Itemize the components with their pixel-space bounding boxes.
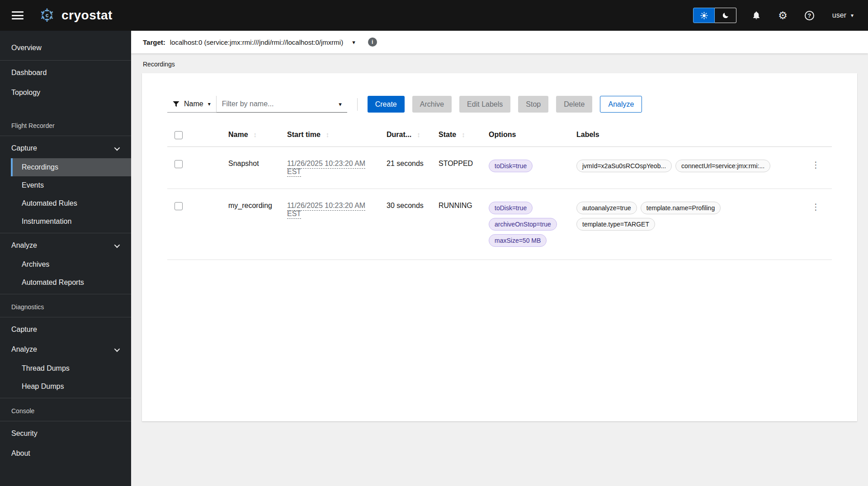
sidebar-item-analyze[interactable]: Analyze (0, 236, 131, 255)
chevron-down-icon (114, 145, 120, 151)
cell-duration: 21 seconds (379, 146, 431, 189)
option-label: toDisk=true (489, 160, 533, 172)
column-header-options: Options (481, 126, 569, 146)
sidebar-item-about[interactable]: About (0, 444, 131, 463)
option-label: toDisk=true (489, 202, 533, 214)
sidebar-item-archives[interactable]: Archives (11, 255, 131, 274)
target-label: Target: (143, 38, 165, 46)
user-menu[interactable]: user ▾ (830, 11, 856, 20)
sort-icon[interactable]: ↕ (254, 131, 257, 138)
sort-icon[interactable]: ↕ (417, 131, 420, 138)
recording-label: template.type=TARGET (576, 218, 655, 231)
sidebar-nav: OverviewDashboardTopologyFlight Recorder… (0, 31, 131, 486)
create-button[interactable]: Create (368, 96, 405, 113)
sidebar-item-capture[interactable]: Capture (0, 138, 131, 158)
archive-button[interactable]: Archive (412, 96, 452, 113)
options-list: toDisk=true (489, 160, 562, 172)
cryostat-snowflake-icon: ❄ c (37, 6, 57, 24)
sidebar-item-heap-dumps[interactable]: Heap Dumps (11, 377, 131, 396)
filter-attribute-select[interactable]: Name ▾ (167, 96, 216, 113)
recording-label: jvmId=x2aSu0sRCOspYeob... (576, 160, 672, 172)
sidebar-item-overview[interactable]: Overview (0, 38, 131, 58)
filter-attribute-label: Name (184, 100, 203, 108)
row-checkbox[interactable] (175, 202, 183, 210)
select-all-checkbox[interactable] (175, 131, 183, 139)
sidebar-section-title-diagnostics: Diagnostics (0, 297, 131, 315)
kebab-menu-icon[interactable]: ⋮ (807, 202, 825, 212)
edit-labels-button[interactable]: Edit Labels (459, 96, 510, 113)
masthead-actions: ⚙ ? user ▾ (693, 8, 856, 23)
sidebar-item-thread-dumps[interactable]: Thread Dumps (11, 359, 131, 377)
row-checkbox[interactable] (175, 160, 183, 168)
sidebar-divider (0, 136, 131, 136)
dark-theme-moon-icon[interactable] (715, 8, 736, 23)
sidebar-item-automated-reports[interactable]: Automated Reports (11, 274, 131, 292)
options-list: toDisk=truearchiveOnStop=truemaxSize=50 … (489, 202, 562, 247)
toolbar-divider (357, 98, 358, 111)
column-header-label: Options (489, 131, 516, 138)
brand-title: cryostat (61, 8, 113, 23)
sidebar-item-instrumentation[interactable]: Instrumentation (11, 212, 131, 231)
nav-toggle-hamburger-icon[interactable] (12, 10, 24, 20)
labels-list: jvmId=x2aSu0sRCOspYeob...connectUrl=serv… (576, 160, 793, 172)
light-theme-sun-icon[interactable] (693, 8, 715, 23)
help-icon[interactable]: ? (803, 9, 816, 22)
column-header-label: State (439, 131, 456, 138)
sidebar-item-events[interactable]: Events (11, 176, 131, 194)
column-select-all (167, 126, 221, 146)
sort-icon[interactable]: ↕ (462, 131, 465, 138)
brand[interactable]: ❄ c cryostat (37, 6, 113, 24)
notifications-bell-icon[interactable] (750, 9, 763, 22)
cell-name: Snapshot (221, 146, 280, 189)
target-bar: Target: localhost:0 (service:jmx:rmi:///… (131, 31, 868, 53)
breadcrumb: Recordings (131, 53, 868, 73)
cell-labels: autoanalyze=truetemplate.name=Profilingt… (569, 189, 800, 260)
caret-down-icon: ▾ (208, 101, 211, 107)
sidebar-item-recordings[interactable]: Recordings (11, 158, 131, 176)
cell-labels: jvmId=x2aSu0sRCOspYeob...connectUrl=serv… (569, 146, 800, 189)
sidebar-item-topology[interactable]: Topology (0, 83, 131, 103)
chevron-down-icon (114, 346, 120, 352)
chevron-down-icon (114, 242, 120, 248)
sort-icon[interactable]: ↕ (326, 131, 330, 138)
start-time-value: 11/26/2025 10:23:20 AM EST (287, 202, 365, 219)
target-select-caret-down-icon[interactable]: ▾ (349, 38, 358, 46)
column-header-name: Name↕ (221, 126, 280, 146)
sidebar-divider (0, 398, 131, 398)
sidebar-item-diagnostics-capture[interactable]: Capture (0, 320, 131, 340)
stop-button[interactable]: Stop (518, 96, 548, 113)
cell-name: my_recording (221, 189, 280, 260)
analyze-button[interactable]: Analyze (600, 96, 642, 113)
column-header-state: State↕ (431, 126, 481, 146)
cell-state: RUNNING (431, 189, 481, 260)
recordings-card: Name ▾ ▾ CreateArchiveEdit LabelsStopDel… (142, 73, 857, 421)
sidebar-divider (0, 421, 131, 421)
masthead: ❄ c cryostat (0, 0, 868, 31)
cell-actions: ⋮ (800, 189, 832, 260)
column-header-labels: Labels (569, 126, 800, 146)
target-info-icon[interactable]: i (368, 38, 377, 47)
sidebar-spacer (0, 103, 131, 115)
sidebar-item-label: Capture (11, 144, 37, 152)
sidebar-item-diagnostics-analyze[interactable]: Analyze (0, 340, 131, 359)
sidebar-item-security[interactable]: Security (0, 424, 131, 444)
option-label: archiveOnStop=true (489, 218, 557, 231)
sidebar-item-dashboard[interactable]: Dashboard (0, 63, 131, 83)
column-header-label: Durat... (387, 131, 411, 138)
cell-options: toDisk=truearchiveOnStop=truemaxSize=50 … (481, 189, 569, 260)
delete-button[interactable]: Delete (556, 96, 592, 113)
table-row: Snapshot11/26/2025 10:23:20 AM EST21 sec… (167, 146, 832, 189)
sidebar-item-automated-rules[interactable]: Automated Rules (11, 194, 131, 212)
column-header-label: Start time (287, 131, 321, 138)
sidebar-divider (0, 60, 131, 61)
sidebar-item-label: Analyze (11, 345, 37, 354)
cell-state: STOPPED (431, 146, 481, 189)
column-header-start-time: Start time↕ (280, 126, 379, 146)
kebab-menu-icon[interactable]: ⋮ (807, 160, 825, 170)
filter-by-name-input[interactable] (216, 96, 347, 113)
theme-toggle-group (693, 8, 736, 23)
recording-label: autoanalyze=true (576, 202, 637, 214)
column-header-label: Name (228, 131, 248, 138)
sidebar-divider (0, 317, 131, 317)
settings-gear-icon[interactable]: ⚙ (776, 9, 789, 22)
